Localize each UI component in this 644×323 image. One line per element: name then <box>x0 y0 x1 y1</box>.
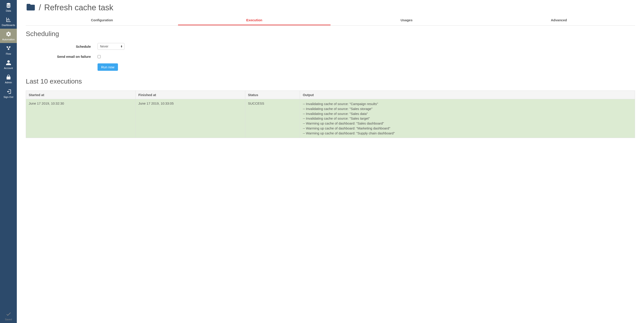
main-content: / Refresh cache task Configuration Execu… <box>17 0 644 323</box>
sidebar-item-flow[interactable]: Flow <box>0 43 17 57</box>
output-line: -- Invalidating cache of source: "Sales … <box>303 116 632 121</box>
schedule-select[interactable]: Never <box>98 43 124 50</box>
sidebar-item-dashboards[interactable]: Dashboards <box>0 14 17 29</box>
output-line: -- Invalidating cache of source: "Sales … <box>303 111 632 116</box>
col-output: Output <box>300 91 635 99</box>
database-icon <box>6 2 12 8</box>
sidebar: Data Dashboards Automation Flow <box>0 0 17 323</box>
output-line: -- Invalidating cache of source: "Campai… <box>303 101 632 106</box>
tab-usages[interactable]: Usages <box>330 15 483 25</box>
cell-finished: June 17 2019, 10:33:05 <box>136 99 245 138</box>
output-line: -- Warming up cache of dashboard: "Suppl… <box>303 131 632 136</box>
schedule-row: Schedule Never ▲▼ <box>26 43 635 50</box>
sidebar-item-label: Data <box>6 9 11 12</box>
email-label: Send email on failure <box>26 55 98 58</box>
check-icon <box>6 311 12 317</box>
lock-icon <box>6 74 12 80</box>
col-status: Status <box>245 91 300 99</box>
sidebar-item-label: Saved <box>5 318 12 321</box>
col-finished: Finished at <box>136 91 245 99</box>
sidebar-item-label: Dashboards <box>2 24 15 26</box>
sidebar-item-account[interactable]: Account <box>0 57 17 72</box>
flow-icon <box>6 45 12 51</box>
gears-icon <box>6 31 12 37</box>
sidebar-item-data[interactable]: Data <box>0 0 17 14</box>
tab-configuration[interactable]: Configuration <box>26 15 178 25</box>
table-row: June 17 2019, 10:32:30June 17 2019, 10:3… <box>26 99 635 138</box>
scheduling-heading: Scheduling <box>26 30 635 38</box>
cell-started: June 17 2019, 10:32:30 <box>26 99 136 138</box>
email-row: Send email on failure <box>26 55 635 58</box>
schedule-label: Schedule <box>26 44 98 48</box>
page-title: Refresh cache task <box>44 3 113 12</box>
sidebar-item-signout[interactable]: Sign-Out <box>0 86 17 101</box>
user-icon <box>6 60 12 66</box>
output-line: -- Warming up cache of dashboard: "Sales… <box>303 121 632 126</box>
chart-icon <box>6 16 12 23</box>
folder-icon[interactable] <box>26 2 36 13</box>
tabs: Configuration Execution Usages Advanced <box>26 15 635 25</box>
col-started: Started at <box>26 91 136 99</box>
cell-output: -- Invalidating cache of source: "Campai… <box>300 99 635 138</box>
cell-status: SUCCESS <box>245 99 300 138</box>
sidebar-item-saved: Saved <box>0 309 17 323</box>
executions-table: Started at Finished at Status Output Jun… <box>26 90 635 138</box>
sidebar-item-automation[interactable]: Automation <box>0 29 17 43</box>
output-line: -- Warming up cache of dashboard: "Marke… <box>303 126 632 131</box>
tab-execution[interactable]: Execution <box>178 15 330 25</box>
run-now-button[interactable]: Run now <box>98 63 118 71</box>
sidebar-item-label: Flow <box>6 52 11 55</box>
sidebar-item-label: Automation <box>2 38 15 41</box>
executions-heading: Last 10 executions <box>26 77 635 85</box>
sidebar-item-label: Account <box>4 67 13 69</box>
email-on-failure-checkbox[interactable] <box>98 55 101 58</box>
sidebar-item-label: Sign-Out <box>4 96 13 98</box>
breadcrumb-separator: / <box>39 3 41 12</box>
output-line: -- Invalidating cache of source: "Sales … <box>303 106 632 111</box>
sidebar-item-label: Admin <box>5 81 12 84</box>
sidebar-item-admin[interactable]: Admin <box>0 72 17 86</box>
page-header: / Refresh cache task <box>26 2 635 13</box>
signout-icon <box>6 88 12 95</box>
tab-advanced[interactable]: Advanced <box>483 15 635 25</box>
